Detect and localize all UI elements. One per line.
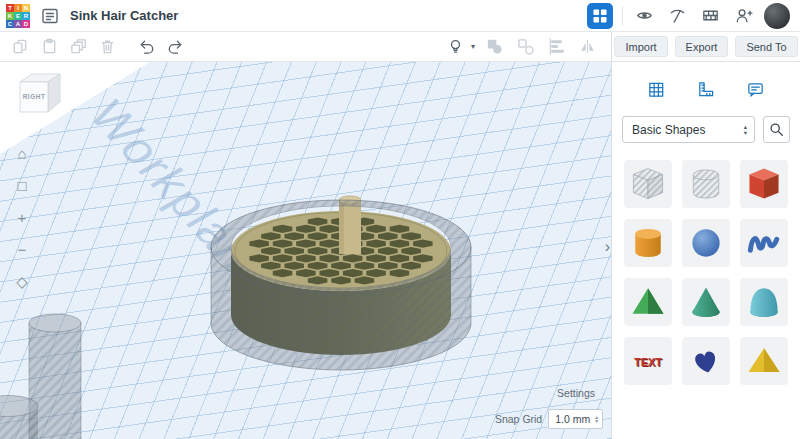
- model-corner-cylinders[interactable]: [0, 309, 120, 439]
- logo-letter: K: [6, 12, 14, 20]
- logo-letter: T: [6, 4, 14, 12]
- search-icon: [768, 121, 785, 138]
- header-actions: [587, 3, 790, 29]
- view-nav-controls: ⌂□+−◇: [10, 142, 34, 294]
- svg-text:TEXT: TEXT: [634, 356, 662, 368]
- group-icon: [482, 35, 506, 59]
- shape-paraboloid[interactable]: [740, 278, 788, 326]
- export-button[interactable]: Export: [675, 36, 729, 57]
- panel-collapse-chevron-icon[interactable]: ›: [605, 238, 610, 256]
- duplicate-icon: [66, 35, 90, 59]
- delete-icon: [95, 35, 119, 59]
- app-header: TINKERCAD Sink Hair Catcher: [0, 0, 800, 32]
- logo-letter: D: [22, 20, 30, 28]
- settings-label[interactable]: Settings: [557, 387, 595, 399]
- dropdown-carets-icon: ▴▾: [744, 124, 747, 135]
- shape-polygon[interactable]: [740, 337, 788, 385]
- shape-category-dropdown[interactable]: Basic Shapes ▴▾: [622, 116, 755, 143]
- shape-sphere[interactable]: [682, 219, 730, 267]
- undo-icon[interactable]: [134, 35, 158, 59]
- show-all-icon[interactable]: [444, 35, 468, 59]
- paste-icon: [37, 35, 61, 59]
- logo-letter: R: [22, 12, 30, 20]
- workplane-tool-icon[interactable]: [640, 74, 674, 104]
- header-divider: [622, 6, 623, 26]
- zoom-out-icon[interactable]: −: [10, 238, 34, 262]
- ungroup-icon: [513, 35, 537, 59]
- fit-view-icon[interactable]: □: [10, 174, 34, 198]
- shapes-sidebar: Basic Shapes ▴▾ TEXTTEXT: [611, 62, 800, 439]
- shape-heart[interactable]: [682, 337, 730, 385]
- snap-grid-control: Snap Grid 1.0 mm ▴▾: [495, 409, 603, 429]
- shape-cylinder[interactable]: [624, 219, 672, 267]
- snap-grid-select[interactable]: 1.0 mm ▴▾: [548, 409, 603, 429]
- view-gallery-icon[interactable]: [632, 4, 656, 28]
- bricks-icon[interactable]: [698, 4, 722, 28]
- user-avatar[interactable]: [764, 3, 790, 29]
- tinkercad-app: TINKERCAD Sink Hair Catcher ▾ ImportExpo…: [0, 0, 800, 439]
- shape-box-hole[interactable]: [624, 160, 672, 208]
- search-button[interactable]: [763, 116, 790, 143]
- show-all-caret-icon[interactable]: ▾: [471, 42, 475, 51]
- toolbar-action-buttons: ImportExportSend To: [611, 32, 800, 62]
- shape-text[interactable]: TEXTTEXT: [624, 337, 672, 385]
- toolbar: ▾ ImportExportSend To: [0, 32, 800, 62]
- logo-letter: E: [14, 12, 22, 20]
- import-button[interactable]: Import: [614, 36, 667, 57]
- shape-scribble[interactable]: [740, 219, 788, 267]
- snap-grid-label: Snap Grid: [495, 413, 542, 425]
- logo-letter: I: [14, 4, 22, 12]
- share-person-icon[interactable]: [731, 4, 755, 28]
- sidebar-tools: [612, 62, 800, 116]
- snap-carets-icon: ▴▾: [595, 415, 598, 424]
- sidebar-filter-row: Basic Shapes ▴▾: [612, 116, 800, 152]
- logo-letter: N: [22, 4, 30, 12]
- logo-letter: C: [6, 20, 14, 28]
- shape-gallery: TEXTTEXT: [612, 152, 800, 393]
- toolbar-canvas-section: ▾: [0, 32, 611, 62]
- logo-letter: A: [14, 20, 22, 28]
- ruler-tool-icon[interactable]: [689, 74, 723, 104]
- shape-cone[interactable]: [682, 278, 730, 326]
- home-view-icon[interactable]: ⌂: [10, 142, 34, 166]
- perspective-toggle-icon[interactable]: ◇: [10, 270, 34, 294]
- viewcube-face-label: RIGHT: [23, 93, 46, 100]
- model-sink-hair-catcher[interactable]: [188, 190, 490, 408]
- shape-cylinder-hole[interactable]: [682, 160, 730, 208]
- shape-box[interactable]: [740, 160, 788, 208]
- tinkercad-logo[interactable]: TINKERCAD: [6, 4, 30, 28]
- zoom-in-icon[interactable]: +: [10, 206, 34, 230]
- copy-icon: [8, 35, 32, 59]
- shape-pyramid[interactable]: [624, 278, 672, 326]
- align-icon: [544, 35, 568, 59]
- designs-list-icon[interactable]: [39, 5, 61, 27]
- apps-grid-button[interactable]: [587, 3, 613, 29]
- notes-tool-icon[interactable]: [738, 74, 772, 104]
- minecraft-pickaxe-icon[interactable]: [665, 4, 689, 28]
- design-title: Sink Hair Catcher: [70, 8, 178, 23]
- viewport-3d[interactable]: Workplane RIGHT ⌂□+−◇: [0, 62, 611, 439]
- mirror-icon: [575, 35, 599, 59]
- redo-icon[interactable]: [163, 35, 187, 59]
- send-to-button[interactable]: Send To: [735, 36, 797, 57]
- view-cube[interactable]: RIGHT: [12, 70, 64, 116]
